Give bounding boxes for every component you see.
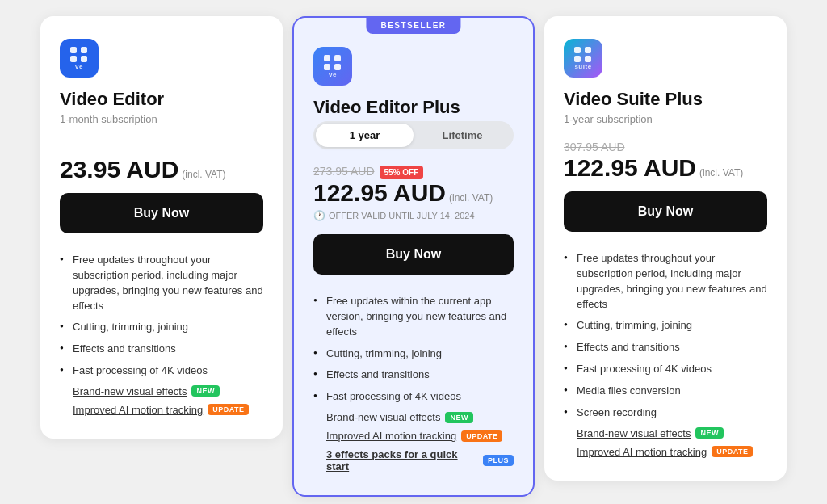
link-feature-item: Improved AI motion tracking UPDATE — [313, 426, 514, 445]
price-vat-video-suite-plus: (incl. VAT) — [699, 167, 743, 178]
link-feature-item: Brand-new visual effects NEW — [313, 408, 514, 426]
feature-badge-new: NEW — [191, 385, 220, 397]
price-main-video-editor: 23.95 AUD — [60, 156, 178, 183]
card-title-video-editor: Video Editor — [60, 89, 263, 110]
offer-valid-video-editor-plus: 🕐OFFER VALID UNTIL JULY 14, 2024 — [313, 210, 514, 221]
feature-badge-update: UPDATE — [208, 404, 249, 415]
app-icon-video-editor: ve — [60, 39, 99, 78]
feature-item: Fast processing of 4K videos — [564, 359, 767, 380]
buy-button-video-editor[interactable]: Buy Now — [60, 193, 263, 233]
feature-item: Cutting, trimming, joining — [564, 315, 767, 337]
clock-icon: 🕐 — [313, 210, 325, 221]
discount-badge-video-editor-plus: 55% OFF — [380, 166, 424, 179]
link-feature-text[interactable]: Improved AI motion tracking — [73, 404, 203, 416]
original-price-video-suite-plus: 307.95 AUD — [564, 141, 625, 153]
card-video-suite-plus: suite Video Suite Plus1-year subscriptio… — [544, 16, 787, 481]
link-feature-item: 3 effects packs for a quick start PLUS — [313, 445, 514, 476]
link-feature-item: Brand-new visual effects NEW — [60, 382, 263, 401]
feature-item: Free updates throughout your subscriptio… — [60, 250, 263, 317]
feature-item: Free updates throughout your subscriptio… — [564, 248, 767, 315]
feature-item: Cutting, trimming, joining — [313, 343, 514, 365]
feature-item: Effects and transitions — [564, 337, 767, 359]
link-feature-text[interactable]: Improved AI motion tracking — [577, 446, 707, 458]
original-price-video-editor-plus: 273.95 AUD — [313, 165, 375, 178]
feature-badge-update: UPDATE — [461, 430, 502, 442]
price-main-video-suite-plus: 122.95 AUD — [564, 154, 696, 181]
toggle-lifetime[interactable]: Lifetime — [414, 124, 511, 147]
features-list-video-editor: Free updates throughout your subscriptio… — [60, 250, 263, 382]
link-feature-text[interactable]: Improved AI motion tracking — [326, 430, 456, 442]
feature-item: Free updates within the current app vers… — [313, 291, 514, 343]
feature-item: Fast processing of 4K videos — [60, 360, 263, 382]
price-row-video-editor: 23.95 AUD(incl. VAT) — [60, 140, 263, 183]
card-subtitle-video-editor: 1-month subscription — [60, 113, 263, 125]
feature-badge-new: NEW — [445, 412, 473, 423]
link-feature-text[interactable]: Brand-new visual effects — [577, 427, 691, 439]
card-subtitle-video-suite-plus: 1-year subscription — [564, 113, 767, 125]
feature-item: Media files conversion — [564, 380, 767, 402]
app-icon-video-suite-plus: suite — [564, 39, 602, 78]
link-feature-item: Improved AI motion tracking UPDATE — [564, 443, 767, 461]
feature-badge-update: UPDATE — [712, 446, 753, 457]
feature-item: Effects and transitions — [313, 364, 514, 386]
price-vat-video-editor-plus: (incl. VAT) — [449, 192, 493, 204]
feature-item: Fast processing of 4K videos — [313, 386, 514, 408]
link-feature-text[interactable]: Brand-new visual effects — [326, 411, 440, 423]
billing-toggle: 1 yearLifetime — [313, 121, 514, 149]
buy-button-video-editor-plus[interactable]: Buy Now — [313, 234, 514, 275]
price-main-video-editor-plus: 122.95 AUD — [313, 179, 446, 206]
pricing-container: ve Video Editor1-month subscription23.95… — [0, 0, 827, 504]
feature-item: Cutting, trimming, joining — [60, 317, 263, 338]
card-title-video-editor-plus: Video Editor Plus — [313, 97, 514, 118]
card-video-editor-plus: BESTSELLER ve Video Editor Plus1 yearLif… — [292, 16, 535, 497]
card-video-editor: ve Video Editor1-month subscription23.95… — [40, 16, 283, 439]
link-feature-text[interactable]: Brand-new visual effects — [73, 385, 187, 397]
card-title-video-suite-plus: Video Suite Plus — [564, 89, 767, 110]
features-list-video-editor-plus: Free updates within the current app vers… — [313, 291, 514, 408]
toggle-1-year[interactable]: 1 year — [316, 124, 414, 147]
price-row-video-suite-plus: 307.95 AUD122.95 AUD(incl. VAT) — [564, 140, 767, 182]
link-feature-item: Brand-new visual effects NEW — [564, 424, 767, 443]
link-feature-item: Improved AI motion tracking UPDATE — [60, 401, 263, 419]
bestseller-badge: BESTSELLER — [366, 17, 460, 34]
buy-button-video-suite-plus[interactable]: Buy Now — [564, 191, 767, 232]
feature-badge-new: NEW — [695, 427, 724, 439]
feature-item: Screen recording — [564, 402, 767, 424]
feature-item: Effects and transitions — [60, 338, 263, 360]
feature-badge-plus: PLUS — [483, 455, 514, 466]
price-row-video-editor-plus: 273.95 AUD55% OFF122.95 AUD(incl. VAT) — [313, 164, 514, 207]
features-list-video-suite-plus: Free updates throughout your subscriptio… — [564, 248, 767, 424]
app-icon-video-editor-plus: ve — [313, 47, 352, 86]
link-feature-text[interactable]: 3 effects packs for a quick start — [326, 448, 478, 472]
price-vat-video-editor: (incl. VAT) — [182, 169, 225, 180]
